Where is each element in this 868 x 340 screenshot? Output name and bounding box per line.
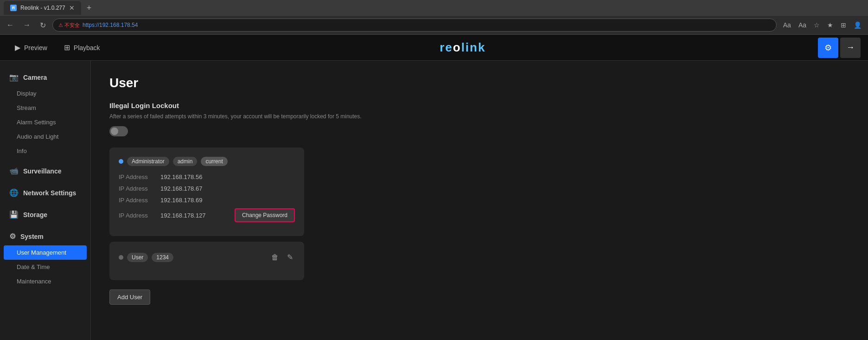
ip-label-2: IP Address <box>119 197 160 204</box>
sidebar-section-camera: 📷 Camera Display Stream Alarm Settings A… <box>0 68 90 158</box>
browser-toolbar: ← → ↻ ⚠ 不安全 https://192.168.178.54 Aa Aa… <box>0 16 868 34</box>
edit-user-button[interactable]: ✎ <box>285 251 295 263</box>
ip-value-2: 192.168.178.69 <box>160 197 202 204</box>
playback-label: Playback <box>74 44 100 51</box>
regular-user-card: User 1234 🗑 ✎ <box>109 242 304 280</box>
export-button[interactable]: → <box>840 38 861 58</box>
ip-value-3: 192.168.178.127 <box>160 212 206 219</box>
sidebar-item-audio-light[interactable]: Audio and Light <box>0 129 90 144</box>
storage-section-label: Storage <box>23 211 47 218</box>
logo-container: reolink <box>440 40 485 55</box>
network-section-icon: 🌐 <box>9 188 19 197</box>
user-username-badge: 1234 <box>152 253 173 262</box>
refresh-button[interactable]: ↻ <box>37 19 49 32</box>
user-actions: 🗑 ✎ <box>269 251 295 263</box>
settings-button[interactable]: ⚙ <box>818 38 838 58</box>
ip-label-1: IP Address <box>119 185 160 192</box>
add-user-button[interactable]: Add User <box>109 289 150 305</box>
admin-user-card: Administrator admin current IP Address 1… <box>109 148 304 236</box>
back-button[interactable]: ← <box>4 19 17 31</box>
sidebar-item-stream[interactable]: Stream <box>0 101 90 115</box>
browser-tabs: R Reolink - v1.0.277 ✕ + <box>0 0 868 16</box>
sidebar-item-date-time[interactable]: Date & Time <box>0 260 90 274</box>
content-area: User Illegal Login Lockout After a serie… <box>91 61 868 340</box>
system-section-icon: ⚙ <box>9 232 16 241</box>
security-warning: ⚠ 不安全 <box>58 22 80 29</box>
forward-button[interactable]: → <box>20 19 33 31</box>
brand-logo: reolink <box>440 40 485 55</box>
ip-value-0: 192.168.178.56 <box>160 173 202 180</box>
browser-actions: Aa Aa ☆ ★ ⊞ 👤 <box>780 19 864 31</box>
regular-card-header: User 1234 🗑 ✎ <box>119 251 295 263</box>
header-nav: ▶ Preview ⊞ Playback <box>7 39 108 56</box>
sidebar-section-network: 🌐 Network Settings <box>0 184 90 202</box>
lockout-desc: After a series of failed attempts within… <box>109 112 849 121</box>
favorites-bar-button[interactable]: ★ <box>824 19 836 31</box>
sidebar-section-storage: 💾 Storage <box>0 205 90 224</box>
profile-button[interactable]: 👤 <box>851 19 864 31</box>
preview-nav-item[interactable]: ▶ Preview <box>7 39 55 56</box>
main-layout: 📷 Camera Display Stream Alarm Settings A… <box>0 61 868 340</box>
sidebar-network-header[interactable]: 🌐 Network Settings <box>0 184 90 202</box>
read-mode-button[interactable]: Aa <box>780 19 794 31</box>
admin-status-dot <box>119 159 123 164</box>
preview-icon: ▶ <box>15 43 20 52</box>
ip-label-0: IP Address <box>119 173 160 180</box>
reader-view-button[interactable]: Aa <box>796 19 809 31</box>
sidebar-item-user-management[interactable]: User Management <box>4 245 87 260</box>
ip-label-3: IP Address <box>119 212 160 219</box>
sidebar-camera-header[interactable]: 📷 Camera <box>0 68 90 86</box>
tab-title: Reolink - v1.0.277 <box>20 5 65 11</box>
browser-tab[interactable]: R Reolink - v1.0.277 ✕ <box>4 1 81 15</box>
header-actions: ⚙ → <box>818 38 861 58</box>
admin-card-header: Administrator admin current <box>119 157 295 166</box>
lockout-section: Illegal Login Lockout After a series of … <box>109 102 849 136</box>
sidebar-section-surveillance: 📹 Surveillance <box>0 162 90 180</box>
sidebar-item-maintenance[interactable]: Maintenance <box>0 274 90 289</box>
toggle-thumb <box>111 128 118 135</box>
sidebar-item-alarm-settings[interactable]: Alarm Settings <box>0 115 90 129</box>
storage-section-icon: 💾 <box>9 210 19 219</box>
admin-ip-row-0: IP Address 192.168.178.56 <box>119 173 295 180</box>
admin-ip-row-1: IP Address 192.168.178.67 <box>119 185 295 192</box>
tab-favicon: R <box>10 5 17 11</box>
sidebar-storage-header[interactable]: 💾 Storage <box>0 205 90 224</box>
admin-username-badge: admin <box>173 157 198 166</box>
user-role-badge: User <box>127 253 148 262</box>
sidebar-system-header[interactable]: ⚙ System <box>0 227 90 245</box>
sidebar: 📷 Camera Display Stream Alarm Settings A… <box>0 61 91 340</box>
surveillance-section-icon: 📹 <box>9 167 19 175</box>
change-password-button[interactable]: Change Password <box>235 208 295 222</box>
lockout-title: Illegal Login Lockout <box>109 102 849 109</box>
address-bar[interactable]: ⚠ 不安全 https://192.168.178.54 <box>52 19 777 32</box>
sidebar-item-info[interactable]: Info <box>0 144 90 158</box>
sidebar-section-system: ⚙ System User Management Date & Time Mai… <box>0 227 90 289</box>
ip-value-1: 192.168.178.67 <box>160 185 202 192</box>
surveillance-section-label: Surveillance <box>23 167 62 175</box>
sidebar-surveillance-header[interactable]: 📹 Surveillance <box>0 162 90 180</box>
preview-label: Preview <box>24 44 47 51</box>
collections-button[interactable]: ⊞ <box>838 19 849 31</box>
admin-ip-row-2: IP Address 192.168.178.69 <box>119 197 295 204</box>
camera-section-label: Camera <box>23 74 47 81</box>
camera-section-icon: 📷 <box>9 73 19 82</box>
delete-user-button[interactable]: 🗑 <box>269 251 281 263</box>
new-tab-button[interactable]: + <box>83 3 96 13</box>
sidebar-item-display[interactable]: Display <box>0 86 90 101</box>
system-section-label: System <box>20 233 44 240</box>
app-header: ▶ Preview ⊞ Playback reolink ⚙ → <box>0 35 868 61</box>
playback-icon: ⊞ <box>64 43 70 52</box>
favorites-button[interactable]: ☆ <box>811 19 823 31</box>
header-logo: reolink <box>108 40 818 55</box>
browser-chrome: R Reolink - v1.0.277 ✕ + ← → ↻ ⚠ 不安全 htt… <box>0 0 868 35</box>
admin-role-badge: Administrator <box>127 157 169 166</box>
playback-nav-item[interactable]: ⊞ Playback <box>57 39 108 56</box>
tab-close-icon[interactable]: ✕ <box>69 4 75 12</box>
lockout-toggle[interactable] <box>109 126 128 136</box>
network-section-label: Network Settings <box>23 189 76 197</box>
page-title: User <box>109 76 849 90</box>
user-status-dot <box>119 255 123 260</box>
admin-current-badge: current <box>201 157 227 166</box>
address-url: https://192.168.178.54 <box>83 22 138 28</box>
admin-ip-row-3: IP Address 192.168.178.127 Change Passwo… <box>119 208 295 222</box>
